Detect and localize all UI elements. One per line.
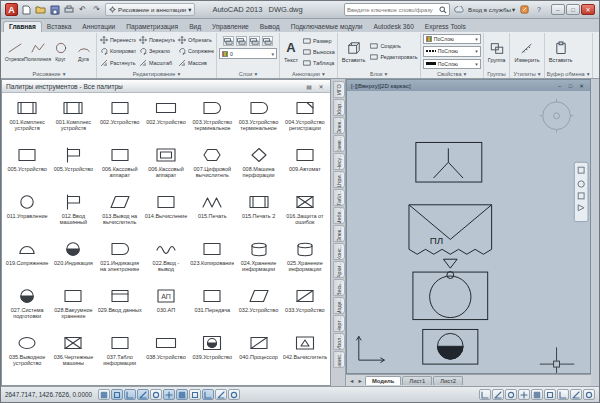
paste-button[interactable]: Вставить [547, 34, 575, 69]
model-icon[interactable] [479, 389, 491, 400]
palette-group-tab[interactable]: Штри… [333, 171, 345, 188]
palette-item[interactable]: 005.Устройство [50, 145, 96, 192]
layer-freeze-icon[interactable] [262, 36, 273, 46]
panel-block-label[interactable]: Блок▾ [340, 69, 418, 78]
palette-item[interactable]: 020.Индикация [50, 239, 96, 286]
polar-icon[interactable] [150, 389, 162, 400]
infer-icon[interactable] [98, 389, 110, 400]
palette-item[interactable]: 029.Ввод данных [97, 286, 143, 333]
palette-close-icon[interactable]: ✕ [316, 81, 326, 91]
palette-item[interactable]: 006.Кассовый аппарат [97, 145, 143, 192]
modify-tool-button[interactable]: Обрезать [177, 35, 214, 44]
new-icon[interactable] [21, 4, 32, 15]
modify-tool-button[interactable]: Повернуть [138, 35, 175, 44]
signin-button[interactable]: Вход в службы ▾ [468, 6, 515, 13]
doc-minimize-button[interactable]: – [555, 83, 564, 89]
panel-annotation-label[interactable]: Аннотации▾ [282, 69, 335, 78]
palette-item[interactable]: 001.Комплекс устройств [50, 98, 96, 145]
minimize-button[interactable]: – [551, 4, 565, 15]
symbol-antenna-box[interactable] [416, 142, 482, 182]
palette-item[interactable]: 021.Индикация на электронике [97, 239, 143, 286]
layer-isolate-icon[interactable] [249, 36, 260, 46]
drawing-canvas[interactable]: ПЛ [346, 91, 591, 374]
palette-item[interactable]: 002.Устройство [97, 98, 143, 145]
property-combo[interactable]: ПоСлою▾ [423, 46, 481, 56]
text-tool-button[interactable]: A Текст [282, 34, 300, 69]
open-icon[interactable] [35, 4, 46, 15]
palette-group-tab[interactable]: Мебе… [333, 207, 345, 224]
palette-item[interactable]: 015.Печать [189, 192, 235, 239]
modify-tool-button[interactable]: Зеркало [138, 47, 175, 56]
ribbon-tab[interactable]: Express Tools [420, 22, 471, 32]
draw-tool-button[interactable]: Полилиния [27, 34, 48, 69]
redo-icon[interactable]: ↷ [91, 4, 102, 15]
palette-group-tab[interactable]: Конс… [333, 243, 345, 260]
palette-group-tab[interactable]: Весь… [333, 279, 345, 296]
palette-group-tab[interactable]: Каме… [333, 135, 345, 152]
workspace-switcher[interactable]: Рисование и аннотации ▾ [105, 3, 195, 16]
a360-icon[interactable] [453, 4, 465, 16]
exchange-apps-icon[interactable] [518, 4, 530, 16]
palette-item[interactable]: 042.Вычислитель [282, 333, 328, 380]
palette-item[interactable]: 006.Кассовый аппарат [143, 145, 189, 192]
block-tool[interactable]: Создать [369, 42, 417, 51]
palette-item[interactable]: 001.Комплекс устройств [4, 98, 50, 145]
layer-combo[interactable]: 0 ▾ [219, 48, 277, 59]
insert-block-button[interactable]: Вставить [340, 34, 368, 69]
ribbon-tab[interactable]: Вид [184, 22, 206, 32]
search-icon[interactable] [439, 6, 447, 14]
autoscale-icon[interactable] [544, 389, 556, 400]
viewcube[interactable] [540, 99, 573, 133]
palette-group-tab[interactable]: Изол… [333, 333, 345, 350]
workspace-switch-icon[interactable] [557, 389, 569, 400]
ribbon-tab[interactable]: Вывод [255, 22, 285, 32]
draw-tool-button[interactable]: Дуга [73, 34, 94, 69]
annotation-tool[interactable]: Выноска [302, 47, 335, 56]
palette-item[interactable]: 003.Устройство терминальное [189, 98, 235, 145]
navigation-bar[interactable] [574, 162, 588, 221]
palette-properties-icon[interactable]: ▤ [304, 81, 314, 91]
ortho-icon[interactable] [137, 389, 149, 400]
group-button[interactable]: Группа [486, 34, 508, 69]
palette-item[interactable]: 024.Хранение информации [235, 239, 281, 286]
measure-button[interactable]: Измерить [512, 34, 541, 69]
palette-item[interactable]: 003.Устройство терминальное [235, 98, 281, 145]
palette-item[interactable]: 040.Процессор [235, 333, 281, 380]
panel-properties-label[interactable]: Свойства▾ [423, 69, 481, 78]
layout-tab[interactable]: Лист2 [433, 376, 463, 385]
block-tool[interactable]: Редактировать [369, 53, 417, 62]
palette-item[interactable]: 035.Выводное устройство [4, 333, 50, 380]
annotation-tool[interactable]: Таблица [302, 58, 335, 67]
panel-layers-label[interactable]: Слои▾ [219, 69, 277, 78]
symbol-triangle[interactable] [443, 259, 457, 268]
palette-item[interactable]: 012.Ввод машинный [50, 192, 96, 239]
palette-group-tab[interactable]: Несу… [333, 153, 345, 170]
palette-item[interactable]: 019.Сопряжение [4, 239, 50, 286]
palette-item[interactable]: 016.Защита от ошибок [282, 192, 328, 239]
panel-groups-label[interactable]: Группы [486, 69, 508, 78]
doc-restore-button[interactable]: □ [566, 83, 575, 89]
palette-item[interactable]: АП030.АП [143, 286, 189, 333]
ribbon-tab[interactable]: Параметризация [121, 22, 183, 32]
ducs-icon[interactable] [189, 389, 201, 400]
layout-tab[interactable]: Лист1 [402, 376, 432, 385]
palette-item[interactable]: 025.Хранение информации [282, 239, 328, 286]
palette-item[interactable]: 022.Ввод - вывод [143, 239, 189, 286]
save-icon[interactable] [49, 4, 60, 15]
palette-item[interactable]: 032.Устройство [235, 286, 281, 333]
snap-icon[interactable] [111, 389, 123, 400]
ribbon-tab[interactable]: Autodesk 360 [369, 22, 419, 32]
annotation-tool[interactable]: Размер [302, 36, 335, 45]
palette-item[interactable]: 013.Вывод на вычислитель [97, 192, 143, 239]
panel-draw-label[interactable]: Рисование▾ [4, 69, 94, 78]
palette-item[interactable]: 039.Устройство [189, 333, 235, 380]
quickview-layouts-icon[interactable] [518, 389, 530, 400]
close-button[interactable]: ✕ [581, 4, 595, 15]
grid-icon[interactable] [124, 389, 136, 400]
palette-item[interactable]: 028.Вакуумное хранение [50, 286, 96, 333]
palette-item[interactable]: 027.Система подготовки [4, 286, 50, 333]
palette-item[interactable]: 009.Автомат [282, 145, 328, 192]
palette-item[interactable]: 037.Табло информации [97, 333, 143, 380]
palette-item[interactable]: 036.Чертежные машины [50, 333, 96, 380]
layer-state-icon[interactable] [236, 36, 247, 46]
